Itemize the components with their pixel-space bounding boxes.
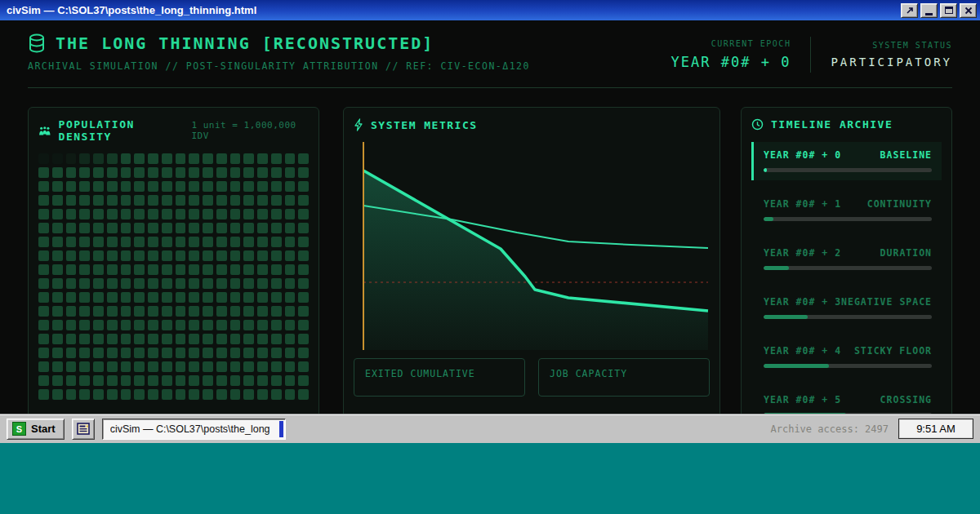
population-cell <box>271 348 282 358</box>
population-cell <box>298 237 309 247</box>
population-panel-title: POPULATION DENSITY <box>59 118 185 143</box>
taskbar: S Start civSim — C:\SOL37\posts\the_long… <box>0 414 980 443</box>
timeline-year: YEAR #0# + 2 <box>764 247 841 259</box>
population-cell <box>148 181 158 192</box>
quick-launch-button[interactable] <box>72 419 95 440</box>
population-cell <box>203 348 213 358</box>
population-cell <box>189 181 199 192</box>
population-cell <box>52 167 63 178</box>
population-cell <box>216 237 227 247</box>
population-cell <box>176 348 186 358</box>
population-cell <box>203 375 213 386</box>
chart-area-fill <box>363 171 708 350</box>
population-cell <box>203 278 213 289</box>
launch-button[interactable] <box>901 3 918 18</box>
population-cell <box>93 334 104 344</box>
population-cell <box>257 167 268 178</box>
close-icon <box>964 7 973 15</box>
population-cell <box>66 334 77 344</box>
population-cell <box>285 278 296 289</box>
population-cell <box>134 209 145 219</box>
minimize-button[interactable] <box>920 3 938 18</box>
population-cell <box>298 264 309 275</box>
population-cell <box>257 334 268 344</box>
timeline-item-5[interactable]: YEAR #0# + 5CROSSING <box>751 387 942 414</box>
population-cell <box>216 306 227 317</box>
population-cell <box>79 361 90 372</box>
population-cell <box>298 181 309 192</box>
timeline-item-0[interactable]: YEAR #0# + 0BASELINE <box>751 142 942 180</box>
timeline-item-3[interactable]: YEAR #0# + 3NEGATIVE SPACE <box>751 289 942 327</box>
population-cell <box>257 361 268 372</box>
population-cell <box>271 195 282 206</box>
population-cell <box>230 181 241 192</box>
dashboard-header: THE LONG THINNING [RECONSTRUCTED] ARCHIV… <box>28 33 952 88</box>
page-title: THE LONG THINNING [RECONSTRUCTED] <box>56 33 434 53</box>
timeline-progress-track <box>764 217 932 221</box>
population-cell <box>271 167 282 178</box>
population-cell <box>134 375 145 386</box>
population-cell <box>271 264 282 275</box>
close-button[interactable] <box>960 3 977 18</box>
population-cell <box>134 181 145 192</box>
population-cell <box>38 167 49 178</box>
titlebar[interactable]: civSim — C:\SOL37\posts\the_long_thinnin… <box>0 0 980 20</box>
population-cell <box>271 223 282 233</box>
population-cell <box>148 237 158 247</box>
population-cell <box>107 223 118 233</box>
population-cell <box>148 264 158 275</box>
population-cell <box>203 223 213 233</box>
population-cell <box>203 195 213 206</box>
population-cell <box>203 250 213 261</box>
population-cell <box>230 209 241 219</box>
population-cell <box>298 167 309 178</box>
population-cell <box>121 334 131 344</box>
population-cell <box>298 306 309 317</box>
start-button[interactable]: S Start <box>7 419 65 440</box>
population-cell <box>134 361 145 372</box>
population-cell <box>203 264 213 275</box>
population-cell <box>189 320 199 330</box>
population-cell <box>66 278 77 289</box>
timeline-progress-fill <box>764 168 767 172</box>
population-cell <box>189 389 199 400</box>
population-cell <box>121 361 131 372</box>
timeline-item-2[interactable]: YEAR #0# + 2DURATION <box>751 240 942 278</box>
population-cell <box>243 361 254 372</box>
population-cell <box>38 320 49 330</box>
population-cell <box>79 375 90 386</box>
population-cell <box>189 237 199 247</box>
maximize-button[interactable] <box>940 3 957 18</box>
population-cell <box>38 250 49 261</box>
taskbar-clock[interactable]: 9:51 AM <box>898 419 973 439</box>
population-cell <box>230 306 241 317</box>
population-cell <box>230 361 241 372</box>
population-cell <box>298 153 309 164</box>
system-status-value: PARTICIPATORY <box>831 55 952 69</box>
population-cell <box>121 195 131 206</box>
task-button-civsim[interactable]: civSim — C:\SOL37\posts\the_long <box>102 419 286 440</box>
population-cell <box>107 237 118 247</box>
population-cell <box>134 195 145 206</box>
population-cell <box>148 375 158 386</box>
population-cell <box>79 223 90 233</box>
population-cell <box>162 278 172 289</box>
timeline-archive-panel: TIMELINE ARCHIVE YEAR #0# + 0BASELINEYEA… <box>741 107 952 414</box>
population-cell <box>66 181 77 192</box>
population-cell <box>216 320 227 330</box>
population-cell <box>271 334 282 344</box>
timeline-item-1[interactable]: YEAR #0# + 1CONTINUITY <box>751 191 942 229</box>
timeline-panel-title: TIMELINE ARCHIVE <box>771 118 893 131</box>
population-cell <box>257 195 268 206</box>
population-cell <box>257 250 268 261</box>
timeline-progress-fill <box>764 315 808 319</box>
population-cell <box>257 348 268 358</box>
population-cell <box>257 389 268 400</box>
stat-label: JOB CAPACITY <box>550 368 698 379</box>
population-cell <box>298 209 309 219</box>
population-cell <box>121 389 131 400</box>
timeline-progress-track <box>764 315 932 319</box>
header-left: THE LONG THINNING [RECONSTRUCTED] ARCHIV… <box>28 33 530 72</box>
population-cell <box>216 167 227 178</box>
timeline-item-4[interactable]: YEAR #0# + 4STICKY FLOOR <box>751 338 942 376</box>
